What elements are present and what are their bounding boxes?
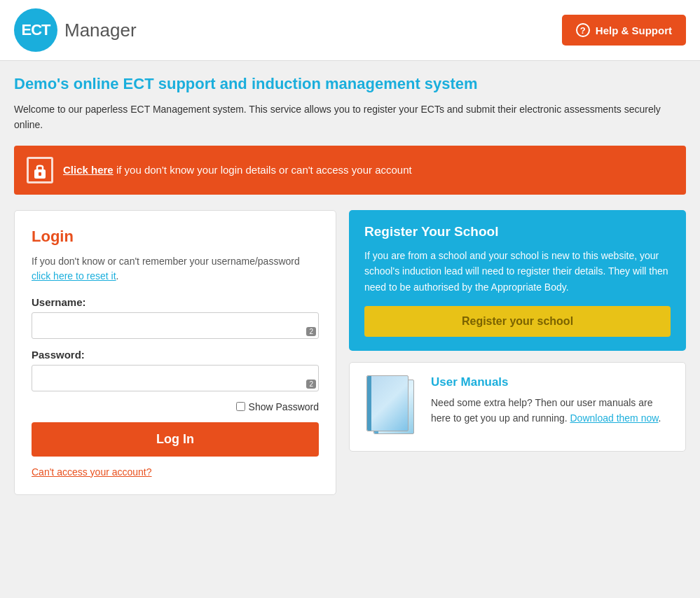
logo-icon: ECT xyxy=(14,8,57,52)
manuals-info: User Manuals Need some extra help? Then … xyxy=(431,375,671,426)
download-manuals-link[interactable]: Download them now xyxy=(570,412,658,424)
password-input[interactable] xyxy=(32,365,319,391)
manuals-title: User Manuals xyxy=(431,375,671,389)
alert-click-here-link[interactable]: Click here xyxy=(63,164,114,176)
password-label: Password: xyxy=(32,349,319,361)
username-field-row: Username: 2 xyxy=(32,296,319,339)
lock-icon xyxy=(27,157,53,183)
page-title: Demo's online ECT support and induction … xyxy=(14,75,686,93)
two-column-layout: Login If you don't know or can't remembe… xyxy=(14,210,686,495)
reset-password-link[interactable]: click here to reset it xyxy=(32,270,116,281)
password-field-row: Password: 2 xyxy=(32,349,319,391)
manual-book-front xyxy=(366,375,409,431)
header: ECT Manager ? Help & Support xyxy=(0,0,700,61)
user-manuals-panel: User Manuals Need some extra help? Then … xyxy=(349,362,686,452)
svg-rect-1 xyxy=(39,172,41,176)
register-school-panel: Register Your School If you are from a s… xyxy=(349,210,686,351)
manual-image xyxy=(364,375,420,438)
main-content: Demo's online ECT support and induction … xyxy=(0,61,700,509)
login-title: Login xyxy=(32,228,319,246)
login-button[interactable]: Log In xyxy=(32,422,319,457)
login-panel: Login If you don't know or can't remembe… xyxy=(14,210,336,495)
welcome-text: Welcome to our paperless ECT Management … xyxy=(14,102,686,133)
logo-area: ECT Manager xyxy=(14,8,137,52)
register-school-title: Register Your School xyxy=(364,224,671,239)
right-column: Register Your School If you are from a s… xyxy=(349,210,686,452)
logo-subtitle: Manager xyxy=(64,20,137,41)
login-hint: If you don't know or can't remember your… xyxy=(32,254,319,284)
register-school-button[interactable]: Register your school xyxy=(364,306,671,337)
username-label: Username: xyxy=(32,296,319,308)
help-button-label: Help & Support xyxy=(596,25,672,36)
alert-banner: Click here if you don't know your login … xyxy=(14,146,686,195)
password-input-wrap: 2 xyxy=(32,365,319,391)
alert-text: Click here if you don't know your login … xyxy=(63,164,412,176)
register-school-description: If you are from a school and your school… xyxy=(364,248,671,295)
username-input[interactable] xyxy=(32,312,319,339)
show-password-checkbox[interactable] xyxy=(236,402,245,411)
help-support-button[interactable]: ? Help & Support xyxy=(562,15,686,46)
help-icon: ? xyxy=(576,23,590,37)
manuals-description: Need some extra help? Then our user manu… xyxy=(431,395,671,426)
cant-access-link[interactable]: Can't access your account? xyxy=(32,466,319,478)
show-password-label[interactable]: Show Password xyxy=(249,401,319,412)
show-password-row: Show Password xyxy=(32,401,319,412)
username-input-wrap: 2 xyxy=(32,312,319,339)
